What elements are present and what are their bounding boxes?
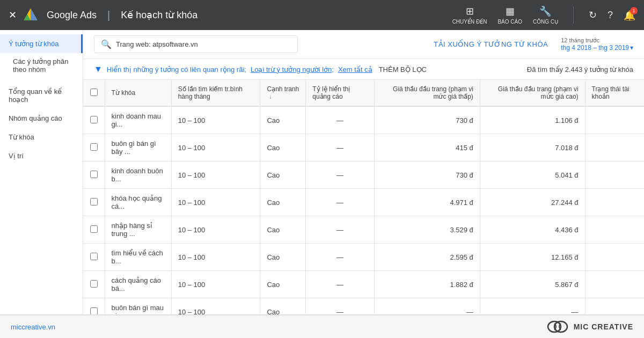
- cell-bid-high-3: 27.244 đ: [480, 189, 585, 216]
- row-checkbox-input-5[interactable]: [90, 253, 98, 260]
- cell-competition-1: Cao: [260, 134, 306, 161]
- header-checkbox[interactable]: [83, 80, 105, 106]
- cell-bid-high-5: 12.165 đ: [480, 244, 585, 271]
- cell-status-1: [585, 134, 644, 161]
- cell-keyword-1: buôn gì bán gì bây ...: [105, 134, 171, 161]
- cell-bid-low-3: 4.971 đ: [374, 189, 480, 216]
- cell-keyword-6: cách quảng cáo bá...: [105, 271, 171, 298]
- cell-bid-high-1: 7.018 đ: [480, 134, 585, 161]
- cell-ctr-3: —: [306, 189, 374, 216]
- them-bo-loc-button[interactable]: THÊM BỘ LỌC: [379, 65, 427, 74]
- row-checkbox-4[interactable]: [83, 216, 105, 244]
- notification-badge: 1: [630, 7, 638, 14]
- mic-creative-label: MIC CREATIVE: [574, 322, 633, 331]
- sidebar-item-y-tuong-tu-khoa[interactable]: Ý tưởng từ khóa: [0, 34, 83, 53]
- cell-range-1: 10 – 100: [171, 134, 260, 161]
- notification-button[interactable]: 🔔 1: [624, 9, 635, 21]
- row-checkbox-input-1[interactable]: [90, 143, 98, 151]
- cell-ctr-6: —: [306, 271, 374, 298]
- download-button[interactable]: TẢI XUỐNG Ý TƯỞNG TỪ KHÓA: [434, 40, 548, 48]
- header-gia-thap: Giá thầu đầu trang (phạm vi mức giá thấp…: [374, 80, 480, 106]
- main-content: 🔍 TẢI XUỐNG Ý TƯỞNG TỪ KHÓA 12 tháng trư…: [83, 30, 644, 338]
- search-icon: 🔍: [101, 39, 112, 49]
- cell-competition-4: Cao: [260, 216, 306, 244]
- row-checkbox-input-3[interactable]: [90, 198, 98, 205]
- cell-keyword-0: kinh doanh mau gi...: [105, 106, 171, 134]
- search-box[interactable]: 🔍: [94, 35, 298, 53]
- grid-icon: ⊞: [466, 5, 474, 17]
- cell-keyword-2: kinh doanh buôn b...: [105, 161, 171, 189]
- cell-bid-high-2: 5.041 đ: [480, 161, 585, 189]
- filter-description: Hiển thị những ý tưởng có liên quan rộng…: [107, 65, 246, 74]
- footer-website[interactable]: miccreative.vn: [11, 323, 55, 331]
- cell-status-5: [585, 244, 644, 271]
- wrench-icon: 🔧: [539, 5, 551, 17]
- sort-icon: ↓: [269, 94, 272, 100]
- row-checkbox-2[interactable]: [83, 161, 105, 189]
- cell-bid-low-2: 730 đ: [374, 161, 480, 189]
- filter-link-all[interactable]: Xem tất cả: [338, 65, 372, 74]
- table-row: cách quảng cáo bá... 10 – 100 Cao — 1.88…: [83, 271, 644, 298]
- cell-competition-0: Cao: [260, 106, 306, 134]
- sidebar-item-vi-tri[interactable]: Vị trí: [0, 146, 83, 165]
- google-ads-text: Google Ads: [47, 10, 97, 21]
- bao-cao-action[interactable]: ▦ BÁO CÁO: [497, 5, 522, 25]
- filter-row: ▼ Hiển thị những ý tưởng có liên quan rộ…: [83, 59, 644, 80]
- header-trang-thai: Trạng thái tài khoản: [585, 80, 644, 106]
- cell-competition-2: Cao: [260, 161, 306, 189]
- row-checkbox-5[interactable]: [83, 244, 105, 271]
- close-icon[interactable]: ✕: [9, 9, 17, 21]
- cong-cu-action[interactable]: 🔧 CÔNG CỤ: [533, 5, 558, 25]
- cell-range-2: 10 – 100: [171, 161, 260, 189]
- cell-range-0: 10 – 100: [171, 106, 260, 134]
- chart-icon: ▦: [506, 5, 515, 17]
- search-input[interactable]: [116, 40, 291, 48]
- nav-actions: ⊞ CHUYỂN ĐẾN ▦ BÁO CÁO 🔧 CÔNG CỤ ↻ ? 🔔 1: [452, 5, 635, 25]
- page-nav-title: Kế hoạch từ khóa: [121, 9, 197, 21]
- header-so-lan: Số lần tìm kiếm tr.bình hàng tháng: [171, 80, 260, 106]
- filter-icon: ▼: [94, 64, 103, 74]
- chevron-down-icon: ▾: [630, 44, 633, 52]
- cell-bid-low-4: 3.529 đ: [374, 216, 480, 244]
- search-row: 🔍 TẢI XUỐNG Ý TƯỞNG TỪ KHÓA 12 tháng trư…: [83, 30, 644, 59]
- footer: miccreative.vn MIC CREATIVE: [0, 314, 644, 338]
- sidebar-item-tong-quan[interactable]: Tổng quan về kế hoạch: [0, 82, 83, 109]
- help-button[interactable]: ?: [608, 10, 613, 21]
- table-row: kinh doanh buôn b... 10 – 100 Cao — 730 …: [83, 161, 644, 189]
- select-all-checkbox[interactable]: [90, 89, 98, 96]
- row-checkbox-input-7[interactable]: [90, 307, 98, 315]
- row-checkbox-input-6[interactable]: [90, 280, 98, 288]
- row-checkbox-input-0[interactable]: [90, 116, 98, 123]
- cell-range-6: 10 – 100: [171, 271, 260, 298]
- filter-link-adult[interactable]: Loại trừ ý tưởng người lớn;: [251, 65, 334, 74]
- cell-ctr-5: —: [306, 244, 374, 271]
- sidebar-item-nhom-quang-cao[interactable]: Nhóm quảng cáo: [0, 109, 83, 128]
- cell-range-5: 10 – 100: [171, 244, 260, 271]
- sidebar-item-tu-khoa[interactable]: Từ khóa: [0, 128, 83, 146]
- cell-bid-low-1: 415 đ: [374, 134, 480, 161]
- row-checkbox-6[interactable]: [83, 271, 105, 298]
- table-row: buôn gì bán gì bây ... 10 – 100 Cao — 41…: [83, 134, 644, 161]
- cell-competition-6: Cao: [260, 271, 306, 298]
- row-checkbox-3[interactable]: [83, 189, 105, 216]
- date-range-selector[interactable]: thg 4 2018 – thg 3 2019 ▾: [561, 44, 633, 52]
- table-body: kinh doanh mau gi... 10 – 100 Cao — 730 …: [83, 106, 644, 326]
- cell-competition-3: Cao: [260, 189, 306, 216]
- header-tu-khoa: Từ khóa: [105, 80, 171, 106]
- cell-ctr-2: —: [306, 161, 374, 189]
- cell-ctr-1: —: [306, 134, 374, 161]
- sidebar-item-cac-y-tuong[interactable]: Các ý tưởng phân theo nhóm: [0, 53, 83, 78]
- cell-keyword-3: khóa học quảng cá...: [105, 189, 171, 216]
- row-checkbox-0[interactable]: [83, 106, 105, 134]
- row-checkbox-1[interactable]: [83, 134, 105, 161]
- refresh-button[interactable]: ↻: [589, 9, 597, 21]
- cell-status-3: [585, 189, 644, 216]
- header-canh-tranh[interactable]: Cạnh tranh ↓: [260, 80, 306, 106]
- row-checkbox-input-4[interactable]: [90, 225, 98, 233]
- keywords-table-container: Từ khóa Số lần tìm kiếm tr.bình hàng thá…: [83, 80, 644, 326]
- cell-ctr-0: —: [306, 106, 374, 134]
- chuyen-den-action[interactable]: ⊞ CHUYỂN ĐẾN: [452, 5, 487, 25]
- row-checkbox-input-2[interactable]: [90, 171, 98, 178]
- cell-competition-5: Cao: [260, 244, 306, 271]
- cong-cu-label: CÔNG CỤ: [533, 19, 558, 25]
